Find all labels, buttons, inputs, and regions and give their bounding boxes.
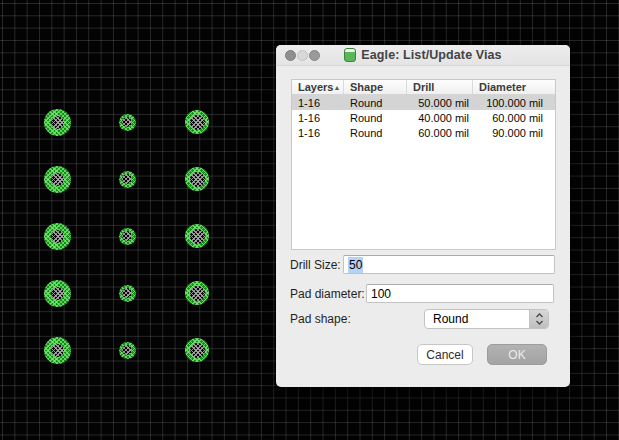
via-drill-hole <box>51 287 64 300</box>
column-header-label: Layers <box>298 81 333 93</box>
via-drill-hole <box>122 345 132 355</box>
cell-layers: 1-16 <box>292 112 344 124</box>
screen: Eagle: List/Update Vias Layers ▲ Shape D… <box>0 0 619 440</box>
via[interactable] <box>119 171 136 188</box>
via[interactable] <box>119 114 136 131</box>
via-drill-hole <box>122 117 132 127</box>
via[interactable] <box>185 224 209 248</box>
title-group: Eagle: List/Update Vias <box>344 48 501 62</box>
dialog-titlebar[interactable]: Eagle: List/Update Vias <box>276 45 570 66</box>
dropdown-selected-value: Round <box>433 312 468 326</box>
drill-size-input[interactable]: 50 <box>343 255 555 274</box>
via[interactable] <box>185 110 209 134</box>
drill-size-label: Drill Size: <box>290 258 341 272</box>
via-drill-hole <box>190 115 205 130</box>
pad-diameter-input[interactable]: 100 <box>366 284 554 303</box>
column-header-layers[interactable]: Layers ▲ <box>292 80 344 94</box>
via-document-icon <box>344 48 356 62</box>
via-drill-hole <box>51 116 64 129</box>
input-text: 100 <box>371 287 391 301</box>
table-body: 1-16 Round 50.000 mil 100.000 mil 1-16 R… <box>292 95 555 140</box>
column-header-shape[interactable]: Shape <box>344 80 407 94</box>
cell-diameter: 90.000 mil <box>473 127 555 139</box>
column-header-label: Diameter <box>479 81 526 93</box>
table-row[interactable]: 1-16 Round 40.000 mil 60.000 mil <box>292 110 555 125</box>
cell-drill: 60.000 mil <box>407 127 473 139</box>
column-header-label: Drill <box>413 81 434 93</box>
cell-drill: 50.000 mil <box>407 97 473 109</box>
pad-diameter-label: Pad diameter: <box>290 287 365 301</box>
cell-shape: Round <box>344 97 407 109</box>
table-row[interactable]: 1-16 Round 60.000 mil 90.000 mil <box>292 125 555 140</box>
minimize-button[interactable] <box>297 50 308 61</box>
cell-diameter: 100.000 mil <box>473 97 555 109</box>
cell-shape: Round <box>344 112 407 124</box>
via-drill-hole <box>190 286 205 301</box>
cancel-button[interactable]: Cancel <box>417 344 473 365</box>
via-drill-hole <box>51 344 64 357</box>
via[interactable] <box>44 223 71 250</box>
via[interactable] <box>119 342 136 359</box>
cell-drill: 40.000 mil <box>407 112 473 124</box>
cell-diameter: 60.000 mil <box>473 112 555 124</box>
column-header-label: Shape <box>350 81 383 93</box>
selected-input-text: 50 <box>348 257 363 273</box>
column-header-drill[interactable]: Drill <box>407 80 473 94</box>
via[interactable] <box>119 228 136 245</box>
via-drill-hole <box>51 173 64 186</box>
zoom-button[interactable] <box>309 50 320 61</box>
via[interactable] <box>185 281 209 305</box>
via-drill-hole <box>122 288 132 298</box>
sort-ascending-icon: ▲ <box>333 84 340 91</box>
cell-shape: Round <box>344 127 407 139</box>
table-row[interactable]: 1-16 Round 50.000 mil 100.000 mil <box>292 95 555 110</box>
via-drill-hole <box>51 230 64 243</box>
dialog-window: Eagle: List/Update Vias Layers ▲ Shape D… <box>276 45 570 387</box>
dialog-title: Eagle: List/Update Vias <box>361 48 501 62</box>
via[interactable] <box>185 167 209 191</box>
via[interactable] <box>119 285 136 302</box>
via[interactable] <box>44 337 71 364</box>
pad-shape-label: Pad shape: <box>290 312 351 326</box>
via-drill-hole <box>190 229 205 244</box>
cell-layers: 1-16 <box>292 127 344 139</box>
dropdown-arrows-icon <box>529 310 548 328</box>
via-drill-hole <box>122 231 132 241</box>
ok-button[interactable]: OK <box>487 344 547 365</box>
table-header: Layers ▲ Shape Drill Diameter <box>292 80 555 95</box>
via[interactable] <box>44 280 71 307</box>
pad-shape-dropdown[interactable]: Round <box>424 309 549 329</box>
via-drill-hole <box>122 174 132 184</box>
via-drill-hole <box>190 172 205 187</box>
column-header-diameter[interactable]: Diameter <box>473 80 555 94</box>
cell-layers: 1-16 <box>292 97 344 109</box>
via[interactable] <box>44 109 71 136</box>
close-button[interactable] <box>285 50 296 61</box>
via[interactable] <box>44 166 71 193</box>
vias-table: Layers ▲ Shape Drill Diameter 1-16 Round… <box>291 79 556 250</box>
via[interactable] <box>185 338 209 362</box>
via-drill-hole <box>190 343 205 358</box>
